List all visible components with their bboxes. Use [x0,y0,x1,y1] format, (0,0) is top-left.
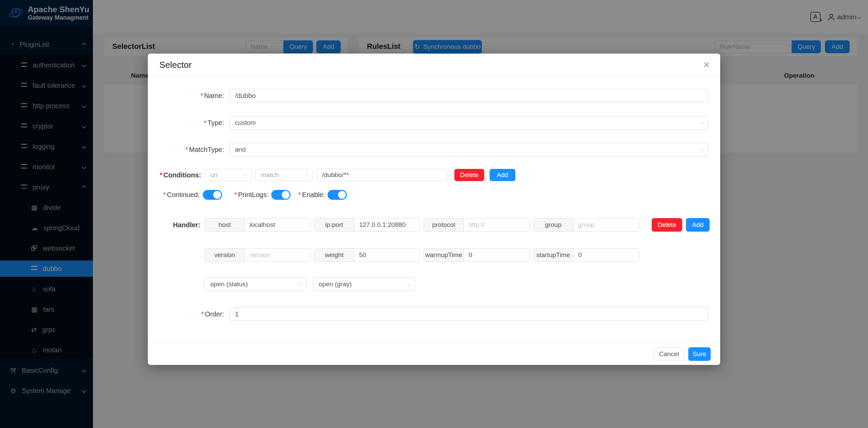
startuptime-input[interactable] [573,249,639,261]
weight-input[interactable] [354,249,420,261]
type-field-row: *Type: custom [148,116,720,130]
modal-header: Selector × [148,54,720,76]
selector-modal: Selector × *Name: *Type: custom *MatchTy… [148,54,720,365]
chevron-down-icon [407,282,411,286]
condition-param-value: uri [210,171,217,179]
order-label: *Order: [148,307,224,321]
ipport-input[interactable] [354,218,420,231]
modal-title: Selector [159,54,192,76]
required-asterisk: * [163,191,166,198]
required-asterisk: * [185,146,188,153]
switch-knob [338,191,346,199]
name-field-row: *Name: [148,89,720,102]
enable-toggle[interactable] [328,190,347,200]
name-label: *Name: [148,89,224,102]
matchtype-label: *MatchType: [148,143,224,156]
handler-group-group: group [533,218,639,232]
version-addon-label: version [205,249,245,261]
required-asterisk: * [298,191,301,198]
version-input[interactable] [245,249,310,261]
gray-select-value: open (gray) [319,280,352,288]
host-addon-label: host [205,218,245,231]
handler-add-button[interactable]: Add [686,218,710,232]
matchtype-field-row: *MatchType: and [148,143,720,156]
printlogs-toggle[interactable] [271,190,291,200]
startuptime-addon-label: startupTime [533,249,573,261]
status-select[interactable]: open (status) [204,277,307,291]
handler-delete-button[interactable]: Delete [652,218,682,232]
condition-operator-value: match [261,171,279,179]
condition-value-input[interactable] [316,169,447,181]
type-select[interactable]: custom [229,116,709,130]
handler-warmup-group: warmupTime [423,248,530,262]
status-select-value: open (status) [210,280,248,288]
condition-param-select[interactable]: uri [204,169,252,181]
required-asterisk: * [200,92,203,99]
host-input[interactable] [245,218,310,231]
handler-protocol-group: protocol [423,218,530,232]
switch-knob [213,191,221,199]
handler-row-1: Handler: host ip:port protocol group Del… [148,218,720,232]
name-input[interactable] [229,89,709,102]
order-field-row: *Order: [148,307,720,321]
modal-footer: Cancel Sure [148,343,720,365]
gray-select[interactable]: open (gray) [313,277,415,291]
chevron-down-icon [299,282,302,286]
conditions-label: *Conditions: [148,169,201,181]
condition-add-button[interactable]: Add [490,169,515,181]
handler-row-2: version weight warmupTime startupTime [148,248,720,262]
chevron-down-icon [244,173,248,176]
group-addon-label: group [533,218,573,231]
protocol-addon-label: protocol [424,218,464,231]
required-asterisk: * [234,191,237,198]
continued-label: *Continued: [161,190,200,200]
handler-startup-group: startupTime [533,248,639,262]
handler-host-group: host [204,218,311,232]
weight-addon-label: weight [314,249,354,261]
required-asterisk: * [204,119,206,127]
condition-operator-select[interactable]: match [255,169,313,181]
matchtype-select[interactable]: and [229,143,709,156]
close-icon[interactable]: × [699,57,714,72]
handler-status-row: open (status) open (gray) [148,277,720,291]
ipport-addon-label: ip:port [314,218,354,231]
handler-weight-group: weight [314,248,420,262]
type-label: *Type: [148,116,224,130]
conditions-row: *Conditions: uri match Delete Add [148,169,720,181]
handler-label: Handler: [148,218,200,232]
sure-button[interactable]: Sure [688,347,711,361]
type-select-value: custom [235,119,256,127]
handler-version-group: version [204,248,311,262]
warmuptime-addon-label: warmupTime [424,249,464,261]
continued-toggle[interactable] [203,190,222,200]
warmuptime-input[interactable] [464,249,530,261]
condition-delete-button[interactable]: Delete [454,169,484,181]
chevron-down-icon [701,147,704,151]
handler-ipport-group: ip:port [314,218,420,232]
matchtype-select-value: and [235,146,246,153]
cancel-button[interactable]: Cancel [654,347,684,361]
group-input[interactable] [573,218,639,231]
switch-knob [282,191,290,199]
toggles-row: *Continued: *PrintLogs: *Enable: [148,190,720,200]
required-asterisk: * [201,310,204,318]
protocol-input[interactable] [464,218,530,231]
chevron-down-icon [305,173,309,176]
required-asterisk: * [160,171,162,179]
chevron-down-icon [701,120,704,124]
enable-label: *Enable: [298,190,324,200]
printlogs-label: *PrintLogs: [229,190,269,200]
order-input[interactable] [229,307,709,321]
